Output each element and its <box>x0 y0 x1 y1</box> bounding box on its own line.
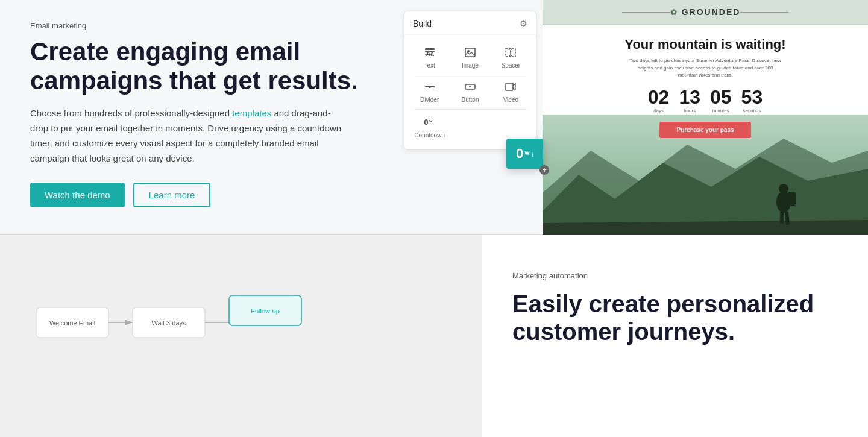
logo-line-left <box>622 12 670 13</box>
builder-header: Build ⚙ <box>404 11 536 36</box>
drag-num-2: ᵢ <box>532 149 533 159</box>
builder-item-image-label: Image <box>462 62 479 69</box>
countdown-drag-numbers: 0 ʷ ᵢ <box>516 146 533 162</box>
bottom-heading: Easily create personalized customer jour… <box>512 290 838 345</box>
drag-num-1: ʷ <box>524 149 529 160</box>
text-icon: Aa <box>424 47 436 60</box>
drag-num-0: 0 <box>516 146 523 162</box>
main-heading: Create engaging email campaigns that get… <box>30 37 362 96</box>
description: Choose from hundreds of professionally-d… <box>30 106 344 166</box>
desc-before-link: Choose from hundreds of professionally-d… <box>30 108 232 118</box>
countdown-icon: 0ʷ ᵢ <box>423 116 436 130</box>
countdown-minutes-num: 05 <box>710 87 732 107</box>
builder-item-spacer-label: Spacer <box>501 62 520 69</box>
countdown-hours-label: hours <box>684 108 696 113</box>
logo-line-right <box>740 12 788 13</box>
countdown-days-label: days <box>653 108 664 113</box>
image-icon <box>464 47 476 60</box>
logo-text: GROUNDED <box>682 7 741 17</box>
builder-item-countdown[interactable]: 0ʷ ᵢ Countdown <box>409 110 450 145</box>
builder-grid: Aa Text Image <box>404 36 536 149</box>
top-section: Email marketing Create engaging email ca… <box>0 0 868 235</box>
email-preview-inner: ✿ GROUNDED Your mountain is waiting! Two… <box>542 0 868 235</box>
builder-item-video-label: Video <box>503 96 518 103</box>
svg-rect-0 <box>425 48 435 50</box>
svg-rect-19 <box>780 212 784 224</box>
countdown-seconds-num: 53 <box>741 87 763 107</box>
svg-point-5 <box>467 50 470 52</box>
email-heading: Your mountain is waiting! <box>624 37 785 52</box>
countdown-days-num: 02 <box>648 87 670 107</box>
email-cta-button[interactable]: Purchase your pass <box>659 122 750 138</box>
gear-icon[interactable]: ⚙ <box>520 19 527 28</box>
left-content: Email marketing Create engaging email ca… <box>0 0 392 234</box>
video-icon <box>505 81 517 94</box>
countdown-seconds: 53 seconds <box>741 87 763 113</box>
builder-item-divider[interactable]: Divider <box>409 75 450 109</box>
svg-text:Wait 3 days: Wait 3 days <box>151 319 186 327</box>
builder-panel: Build ⚙ Aa Text <box>404 11 536 150</box>
svg-rect-18 <box>787 192 796 206</box>
email-countdown: 02 days 13 hours 05 minutes <box>648 87 763 113</box>
builder-item-text-label: Text <box>424 62 435 69</box>
buttons-row: Watch the demo Learn more <box>30 183 362 207</box>
builder-item-button-label: Button <box>462 96 479 103</box>
spacer-icon <box>505 47 517 60</box>
builder-item-countdown-label: Countdown <box>414 132 445 139</box>
bottom-left-placeholder: Welcome Email Wait 3 days Follow-up <box>0 235 482 437</box>
countdown-seconds-label: seconds <box>743 108 761 113</box>
svg-text:Welcome Email: Welcome Email <box>49 319 95 327</box>
logo-leaf-icon: ✿ <box>670 8 678 17</box>
email-subtext: Two days left to purchase your Summer Ad… <box>627 57 784 79</box>
builder-item-image[interactable]: Image <box>450 41 490 75</box>
right-content: Build ⚙ Aa Text <box>392 0 868 234</box>
learn-more-button[interactable]: Learn more <box>133 183 211 207</box>
bottom-section-label: Marketing automation <box>512 271 838 280</box>
countdown-hours-num: 13 <box>679 87 700 107</box>
section-label: Email marketing <box>30 21 362 30</box>
svg-rect-12 <box>506 83 513 90</box>
button-icon <box>464 81 476 94</box>
email-body: Your mountain is waiting! Two days left … <box>542 25 868 235</box>
builder-item-button[interactable]: Button <box>450 75 490 109</box>
svg-text:Follow-up: Follow-up <box>251 307 280 315</box>
builder-item-text[interactable]: Aa Text <box>409 41 450 75</box>
templates-link[interactable]: templates <box>232 108 271 118</box>
divider-icon <box>424 81 436 94</box>
bottom-right: Marketing automation Easily create perso… <box>482 235 868 437</box>
countdown-minutes-label: minutes <box>712 108 729 113</box>
countdown-days: 02 days <box>648 87 670 113</box>
svg-point-17 <box>779 184 788 193</box>
bottom-section: Welcome Email Wait 3 days Follow-up Mark… <box>0 235 868 437</box>
svg-point-9 <box>429 86 431 88</box>
email-preview: ✿ GROUNDED Your mountain is waiting! Two… <box>542 0 868 235</box>
countdown-hours: 13 hours <box>679 87 700 113</box>
countdown-minutes: 05 minutes <box>710 87 732 113</box>
builder-item-divider-label: Divider <box>420 96 439 103</box>
builder-item-video[interactable]: Video <box>491 75 531 109</box>
svg-text:Aa: Aa <box>426 51 434 57</box>
svg-text:ᵢ: ᵢ <box>430 120 431 126</box>
email-logo: ✿ GROUNDED <box>670 7 741 17</box>
svg-text:0ʷ: 0ʷ <box>424 118 433 127</box>
email-logo-bar: ✿ GROUNDED <box>542 0 868 25</box>
watch-demo-button[interactable]: Watch the demo <box>30 183 125 207</box>
builder-item-spacer[interactable]: Spacer <box>491 41 531 75</box>
countdown-drag-widget: 0 ʷ ᵢ + <box>506 139 543 169</box>
builder-title: Build <box>413 19 432 28</box>
svg-rect-4 <box>465 48 475 57</box>
